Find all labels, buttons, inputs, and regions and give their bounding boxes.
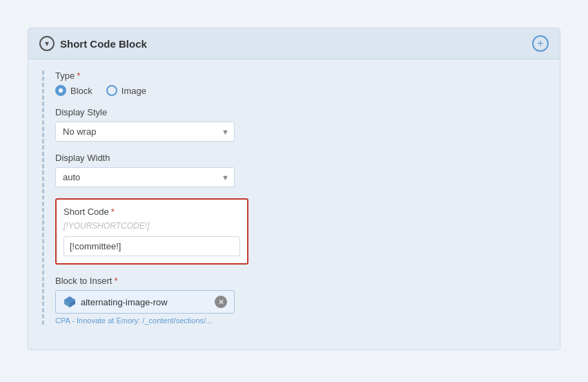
block-insert-field: alternating-image-row ✕: [55, 290, 235, 314]
radio-block[interactable]: Block: [55, 85, 92, 96]
block-name-label: alternating-image-row: [81, 297, 210, 307]
block-cube-icon: [63, 295, 77, 309]
display-width-select[interactable]: auto 25% 50% 75% 100%: [55, 167, 235, 187]
block-to-insert-required-star: *: [114, 276, 117, 286]
display-width-field-group: Display Width auto 25% 50% 75% 100% ▼: [55, 153, 546, 187]
radio-image-label: Image: [121, 86, 146, 96]
block-to-insert-field-group: Block to Insert * alternating-image-row …: [55, 276, 546, 325]
display-style-select-wrapper: No wrap Wrap left Wrap right ▼: [55, 122, 235, 142]
collapse-button[interactable]: ▾: [39, 36, 55, 51]
chevron-down-icon: ▾: [45, 39, 49, 48]
left-border-section: Type * Block Image: [42, 70, 546, 325]
panel-body: Type * Block Image: [28, 59, 560, 350]
short-code-required-star: *: [111, 207, 115, 217]
panel-title: Short Code Block: [60, 38, 147, 50]
panel-header: ▾ Short Code Block +: [28, 28, 560, 59]
display-style-label: Display Style: [55, 107, 546, 117]
panel-header-left: ▾ Short Code Block: [39, 36, 147, 51]
clear-block-button[interactable]: ✕: [215, 296, 227, 308]
display-style-field-group: Display Style No wrap Wrap left Wrap rig…: [55, 107, 546, 142]
display-width-select-wrapper: auto 25% 50% 75% 100% ▼: [55, 167, 235, 187]
type-required-star: *: [77, 70, 80, 81]
page-container: ▾ Short Code Block + Type *: [14, 14, 574, 382]
short-code-block-panel: ▾ Short Code Block + Type *: [28, 28, 560, 350]
plus-icon: +: [537, 37, 543, 50]
radio-image-circle[interactable]: [106, 85, 117, 96]
type-field-group: Type * Block Image: [55, 70, 546, 96]
radio-image[interactable]: Image: [106, 85, 146, 96]
block-path-label: CPA - Innovate at Emory: /_content/secti…: [55, 316, 546, 325]
add-button[interactable]: +: [532, 35, 549, 52]
type-label: Type *: [55, 70, 546, 81]
short-code-box: Short Code * [!YOURSHORTCODE!]: [55, 198, 248, 265]
radio-block-circle[interactable]: [55, 85, 66, 96]
block-to-insert-label: Block to Insert *: [55, 276, 546, 286]
short-code-input[interactable]: [63, 236, 240, 256]
type-radio-group: Block Image: [55, 85, 546, 96]
display-style-select[interactable]: No wrap Wrap left Wrap right: [55, 122, 235, 142]
short-code-placeholder: [!YOURSHORTCODE!]: [63, 221, 240, 231]
short-code-field-group: Short Code * [!YOURSHORTCODE!]: [55, 198, 546, 265]
radio-block-label: Block: [70, 86, 92, 96]
short-code-label: Short Code *: [63, 207, 240, 217]
display-width-label: Display Width: [55, 153, 546, 163]
